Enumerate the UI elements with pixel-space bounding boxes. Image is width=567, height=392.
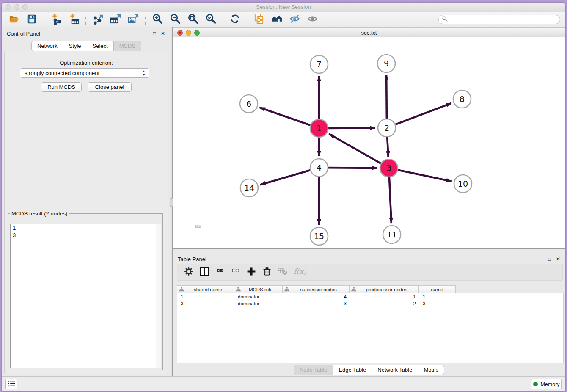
- close-panel-button[interactable]: Close panel: [88, 82, 132, 92]
- svg-text:14: 14: [244, 183, 254, 193]
- save-session-button[interactable]: [24, 13, 40, 27]
- result-scrollbar[interactable]: [156, 224, 161, 368]
- table-cell[interactable]: dominator: [234, 294, 283, 299]
- export-image-button[interactable]: [125, 13, 141, 27]
- tab-network-table[interactable]: Network Table: [372, 365, 418, 375]
- graph-node-7[interactable]: 7: [310, 55, 328, 73]
- memory-button[interactable]: Memory: [531, 379, 562, 389]
- table-cell[interactable]: 4: [283, 294, 350, 299]
- column-header-name[interactable]: name: [419, 285, 456, 293]
- graph-node-10[interactable]: 10: [454, 175, 472, 193]
- network-frame-titlebar: ✕ – + scc.txt: [173, 28, 565, 38]
- zoom-out-button[interactable]: [167, 13, 183, 27]
- table-cell[interactable]: 2: [350, 301, 419, 306]
- refresh-button[interactable]: [227, 13, 243, 27]
- zoom-in-button[interactable]: [149, 13, 165, 27]
- network-canvas[interactable]: 7968124314101511: [173, 37, 565, 248]
- hide-selected-button[interactable]: [286, 13, 303, 27]
- uncheck-all-icon: [230, 268, 241, 277]
- graph-node-11[interactable]: 11: [383, 226, 401, 243]
- graph-node-2[interactable]: 2: [378, 119, 396, 137]
- zoom-out-icon: [170, 13, 181, 26]
- graph-node-15[interactable]: 15: [310, 227, 328, 245]
- table-cell[interactable]: dominator: [234, 301, 283, 306]
- table-cell[interactable]: 1: [419, 294, 456, 299]
- table-panel-float-button[interactable]: □: [547, 256, 553, 262]
- graph-node-1[interactable]: 1: [310, 119, 328, 137]
- graph-node-9[interactable]: 9: [377, 55, 395, 72]
- new-network-from-selection-button[interactable]: [251, 13, 267, 27]
- table-row[interactable]: 3dominator323: [177, 300, 563, 307]
- tab-node-table[interactable]: Node Table: [294, 365, 333, 375]
- first-neighbors-button[interactable]: [269, 13, 285, 27]
- table-cell[interactable]: 3: [177, 301, 234, 306]
- control-panel-float-button[interactable]: □: [151, 30, 157, 36]
- run-mcds-button[interactable]: Run MCDS: [41, 82, 82, 92]
- table-cell[interactable]: 3: [283, 301, 350, 306]
- status-bar: Memory: [2, 376, 565, 391]
- mcds-result-text[interactable]: 1 3: [10, 224, 161, 368]
- table-panel-close-button[interactable]: ✕: [555, 256, 561, 262]
- table-cell[interactable]: 1: [177, 294, 234, 299]
- window-title: Session: New Session: [2, 4, 565, 10]
- graph-node-14[interactable]: 14: [240, 179, 258, 197]
- zoom-fit-button[interactable]: [185, 13, 201, 27]
- column-header-predecessor-nodes[interactable]: predecessor nodes: [350, 285, 419, 293]
- control-panel-close-button[interactable]: ✕: [160, 30, 166, 36]
- tab-mcds[interactable]: MCDS: [114, 41, 141, 51]
- tab-select[interactable]: Select: [87, 41, 114, 51]
- import-network-button[interactable]: [48, 13, 64, 27]
- horizontal-splitter-handle[interactable]: [195, 225, 201, 228]
- search-input[interactable]: [450, 16, 557, 23]
- check-all-icon: [215, 268, 226, 277]
- column-header-successor-nodes[interactable]: successor nodes: [283, 285, 350, 293]
- show-columns-button[interactable]: [198, 266, 211, 279]
- graph-node-4[interactable]: 4: [310, 159, 328, 177]
- graph-edge-1-6[interactable]: [259, 108, 311, 126]
- tab-style[interactable]: Style: [63, 41, 87, 51]
- gear-icon: [184, 266, 194, 278]
- show-all-button[interactable]: [304, 13, 320, 27]
- import-table-button[interactable]: [66, 13, 82, 27]
- graph-node-3[interactable]: 3: [380, 159, 398, 177]
- export-network-button[interactable]: [90, 13, 106, 27]
- graph-edge-3-10[interactable]: [397, 170, 452, 181]
- graph-edge-3-11[interactable]: [389, 176, 391, 223]
- table-options-button[interactable]: [182, 266, 195, 279]
- graph-edge-2-3[interactable]: [387, 136, 388, 157]
- graph-edge-4-14[interactable]: [260, 170, 311, 185]
- graph-node-6[interactable]: 6: [240, 95, 258, 113]
- control-panel: Control Panel □ ✕ NetworkStyleSelectMCDS…: [2, 27, 171, 377]
- table-cell[interactable]: 1: [350, 294, 419, 299]
- column-header-mcds-role[interactable]: MCDS role: [234, 285, 283, 293]
- graph-edge-2-9[interactable]: [386, 75, 387, 120]
- table-row[interactable]: 1dominator411: [177, 293, 563, 300]
- column-label: name: [421, 287, 454, 292]
- search-icon: [442, 16, 448, 24]
- graph-edge-3-1[interactable]: [329, 134, 382, 164]
- delete-column-button[interactable]: [261, 266, 273, 279]
- deselect-all-button[interactable]: [229, 266, 242, 279]
- graph-edge-4-3[interactable]: [327, 168, 377, 168]
- table-panel: Table Panel □ ✕ f(x) shared nameMCDS rol…: [173, 253, 565, 377]
- select-all-button[interactable]: [214, 266, 226, 279]
- tab-network[interactable]: Network: [31, 41, 63, 51]
- optimization-criterion-select[interactable]: strongly connected component ▲▼: [20, 68, 149, 78]
- task-history-button[interactable]: [5, 379, 17, 389]
- graph-edge-1-2[interactable]: [327, 128, 375, 128]
- toolbar-separator: [85, 14, 86, 26]
- column-header-shared-name[interactable]: shared name: [177, 285, 234, 293]
- export-network-icon: [92, 13, 104, 26]
- import-network-icon: [50, 13, 62, 26]
- graph-node-8[interactable]: 8: [453, 90, 471, 108]
- search-field[interactable]: [438, 15, 560, 24]
- table-cell[interactable]: 3: [419, 301, 456, 306]
- create-column-button[interactable]: [245, 266, 258, 279]
- node-table: shared nameMCDS rolesuccessor nodesprede…: [177, 285, 564, 363]
- graph-edge-2-8[interactable]: [394, 103, 451, 125]
- tab-motifs[interactable]: Motifs: [418, 365, 444, 375]
- zoom-selected-button[interactable]: [203, 13, 219, 27]
- export-table-button[interactable]: [107, 13, 124, 27]
- tab-edge-table[interactable]: Edge Table: [333, 365, 372, 375]
- open-session-button[interactable]: [6, 13, 22, 27]
